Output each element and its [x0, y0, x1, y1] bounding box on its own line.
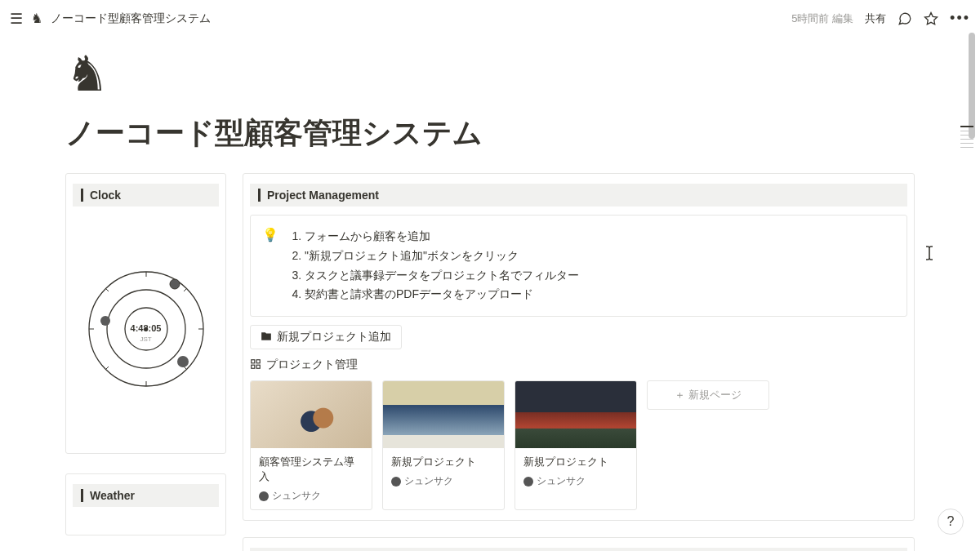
help-button[interactable]: ?: [938, 509, 964, 535]
project-management-block: Project Management 💡 フォームから顧客を追加 "新規プロジェ…: [243, 173, 915, 521]
svg-point-15: [100, 316, 110, 326]
folder-icon: [261, 331, 272, 344]
project-card-author: シュンサク: [537, 474, 586, 488]
grid-icon: [250, 358, 261, 372]
svg-line-8: [105, 288, 109, 291]
plus-icon: ＋: [675, 388, 685, 402]
project-card[interactable]: 顧客管理システム導入 シュンサク: [250, 380, 372, 510]
project-card-author: シュンサク: [404, 474, 453, 488]
text-cursor-icon: [923, 245, 936, 265]
svg-point-13: [170, 279, 180, 289]
new-page-label: 新規ページ: [688, 388, 742, 402]
svg-line-11: [105, 367, 109, 370]
favorite-icon[interactable]: [924, 11, 938, 26]
svg-rect-18: [252, 365, 255, 368]
project-manage-label: プロジェクト管理: [266, 358, 358, 372]
svg-point-14: [177, 356, 189, 367]
clock-widget: 4:48:05 JST: [66, 215, 225, 443]
weather-block: Weather: [65, 473, 226, 535]
pm-step-2: "新規プロジェクト追加"ボタンをクリック: [305, 247, 579, 266]
project-card-cover: [251, 381, 372, 448]
pm-step-4: 契約書と請求書のPDFデータをアップロード: [305, 285, 579, 304]
project-manage-link[interactable]: プロジェクト管理: [250, 358, 914, 372]
avatar-icon: [391, 477, 401, 487]
page-icon[interactable]: ♞: [65, 45, 915, 102]
clock-block: Clock: [65, 173, 226, 454]
task-management-block: Task Management 💡 プロジェクト横断でタスク管理するセクションで…: [243, 537, 915, 551]
pm-step-1: フォームから顧客を追加: [305, 227, 579, 247]
clock-timezone: JST: [140, 335, 151, 343]
topbar: ☰ ♞ ノーコード型顧客管理システム 5時間前 編集 共有 •••: [0, 0, 980, 37]
weather-header: Weather: [73, 484, 219, 507]
task-management-header: Task Management: [250, 548, 907, 551]
help-icon: ?: [947, 514, 955, 529]
svg-line-10: [184, 288, 187, 291]
lightbulb-icon: 💡: [262, 227, 278, 304]
project-card-cover: [383, 381, 504, 448]
project-card-author: シュンサク: [272, 489, 321, 503]
clock-time: 4:48:05: [131, 323, 162, 333]
project-management-callout: 💡 フォームから顧客を追加 "新規プロジェクト追加"ボタンをクリック タスクと議…: [250, 215, 907, 317]
scrollbar-track[interactable]: [965, 33, 977, 535]
new-page-button[interactable]: ＋ 新規ページ: [647, 380, 769, 410]
page-title[interactable]: ノーコード型顧客管理システム: [65, 113, 915, 153]
svg-rect-17: [256, 359, 260, 362]
add-project-label: 新規プロジェクト追加: [277, 330, 391, 344]
more-icon[interactable]: •••: [950, 10, 970, 27]
svg-rect-16: [252, 359, 255, 362]
menu-toggle-icon[interactable]: ☰: [10, 10, 23, 28]
avatar-icon: [259, 491, 269, 501]
project-card-title: 新規プロジェクト: [523, 455, 628, 469]
project-card[interactable]: 新規プロジェクト シュンサク: [514, 380, 637, 510]
project-card-cover: [515, 381, 636, 448]
comment-icon[interactable]: [898, 11, 912, 26]
project-management-header: Project Management: [250, 184, 907, 207]
outline-minimap[interactable]: [960, 122, 973, 151]
project-card-title: 顧客管理システム導入: [259, 455, 363, 484]
clock-header: Clock: [73, 184, 219, 207]
page-icon-small: ♞: [31, 11, 42, 26]
svg-marker-0: [925, 12, 938, 24]
project-card-title: 新規プロジェクト: [391, 455, 496, 469]
pm-step-3: タスクと議事録データをプロジェクト名でフィルター: [305, 266, 579, 286]
add-project-button[interactable]: 新規プロジェクト追加: [250, 325, 402, 349]
svg-rect-19: [256, 365, 260, 368]
avatar-icon: [523, 477, 533, 487]
project-card[interactable]: 新規プロジェクト シュンサク: [382, 380, 505, 510]
last-edited-timestamp: 5時間前 編集: [791, 11, 853, 26]
breadcrumb[interactable]: ノーコード型顧客管理システム: [51, 11, 211, 26]
share-button[interactable]: 共有: [865, 11, 886, 26]
